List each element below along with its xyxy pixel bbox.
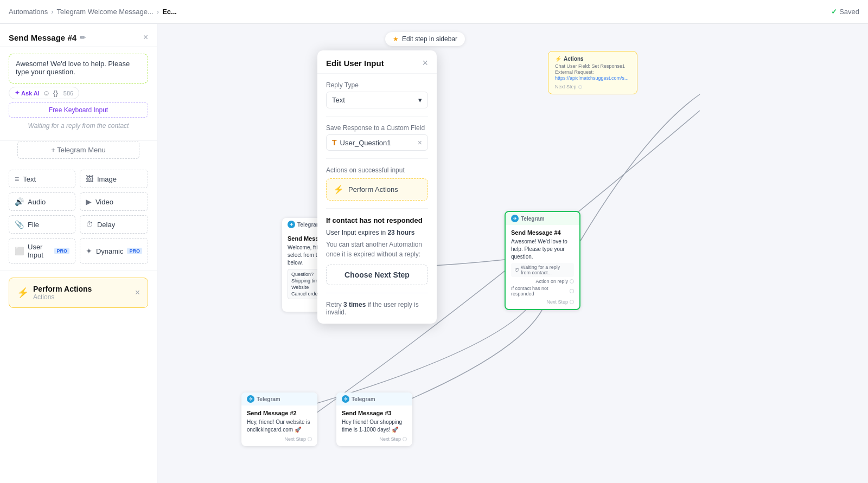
canvas: ★ Edit step in sidebar ✈ Telegram Send M…	[157, 24, 868, 483]
curly-brace-icon[interactable]: {}	[53, 89, 58, 97]
text-block-icon: ≡	[15, 175, 19, 183]
saved-badge: ✓ Saved	[831, 8, 859, 16]
pa-close-icon[interactable]: ×	[135, 288, 140, 298]
edit-step-banner: ★ Edit step in sidebar	[385, 32, 465, 46]
reply-type-value: Text	[332, 96, 345, 104]
retry-count: 3 times	[343, 301, 366, 308]
block-text-label: Text	[23, 175, 36, 183]
lightning-icon: ⚡	[17, 287, 29, 299]
reply-type-label: Reply Type	[326, 81, 428, 89]
reply-type-select[interactable]: Text ▾	[326, 92, 428, 108]
pa-subtitle: Actions	[33, 293, 92, 301]
node-2-label: Telegram	[257, 396, 280, 402]
node-2-header: ✈ Telegram	[241, 392, 317, 405]
expiry-row: User Input expires in 23 hours	[326, 229, 428, 236]
telegram-icon-1: ✈	[288, 221, 295, 228]
block-audio-label: Audio	[28, 198, 46, 206]
block-video[interactable]: ▶ Video	[80, 192, 148, 211]
action-lightning-icon: ⚡	[333, 184, 344, 195]
next-step-dot-2	[308, 437, 312, 441]
telegram-icon-2: ✈	[247, 395, 254, 403]
modal-title: Edit User Input	[326, 59, 384, 68]
block-delay[interactable]: ⏱ Delay	[80, 215, 148, 234]
clear-custom-field-icon[interactable]: ×	[418, 138, 422, 147]
modal-header: Edit User Input ×	[317, 50, 437, 74]
divider-3	[326, 208, 428, 209]
block-user-input[interactable]: ⬜ User Input PRO	[9, 238, 75, 264]
sidebar-title-text: Send Message #4	[9, 33, 76, 42]
char-count: 586	[63, 90, 73, 96]
message-bubble-text: Awesome! We'd love to help. Please type …	[16, 60, 130, 76]
breadcrumb-current: Ec...	[162, 8, 177, 16]
breadcrumb-sep2: ›	[157, 8, 159, 16]
star-icon: ★	[393, 35, 399, 43]
text-field-icon: T	[332, 138, 337, 147]
emoji-icon[interactable]: ☺	[43, 89, 50, 97]
node-send-message-2[interactable]: ✈ Telegram Send Message #2 Hey, friend! …	[241, 392, 317, 446]
edit-title-icon[interactable]: ✏	[80, 34, 86, 42]
block-delay-label: Delay	[97, 221, 115, 229]
top-bar: Automations › Telegram Welcome Message..…	[0, 0, 868, 24]
save-response-label: Save Response to a Custom Field	[326, 124, 428, 132]
keyboard-input-label[interactable]: Free Keyboard Input	[9, 102, 148, 118]
sidebar-title: Send Message #4 ✏	[9, 33, 86, 42]
block-file[interactable]: 📎 File	[9, 215, 75, 234]
pro-badge-dynamic: PRO	[127, 248, 142, 254]
pa-title: Perform Actions	[33, 285, 92, 293]
expiry-prefix: User Input expires in	[326, 229, 386, 236]
keyboard-input-text: Free Keyboard Input	[49, 106, 108, 114]
breadcrumb-automations[interactable]: Automations	[9, 8, 48, 16]
pa-info: Perform Actions Actions	[33, 285, 92, 301]
perform-actions-card[interactable]: ⚡ Perform Actions Actions ×	[9, 278, 148, 308]
telegram-menu-area: + Telegram Menu	[0, 141, 157, 163]
choose-next-step-button[interactable]: Choose Next Step	[326, 265, 428, 285]
blocks-grid: ≡ Text 🖼 Image 🔊 Audio ▶ Video 📎 File ⏱	[0, 163, 157, 271]
modal-close-button[interactable]: ×	[422, 58, 428, 68]
sidebar-header: Send Message #4 ✏ ×	[0, 24, 157, 47]
block-video-label: Video	[95, 198, 113, 206]
block-dynamic[interactable]: ✦ Dynamic PRO	[80, 238, 148, 264]
not-responded-section: If contact has not responded User Input …	[326, 216, 428, 285]
video-block-icon: ▶	[86, 197, 92, 206]
waiting-text: Waiting for a reply from the contact	[9, 122, 148, 130]
divider-2	[326, 158, 428, 159]
delay-block-icon: ⏱	[86, 220, 93, 229]
actions-on-success-label: Actions on successful input	[326, 166, 428, 174]
custom-field-value: User_Question1	[340, 139, 414, 147]
block-image[interactable]: 🖼 Image	[80, 170, 148, 188]
edit-step-text: Edit step in sidebar	[402, 35, 457, 43]
sidebar: Send Message #4 ✏ × Awesome! We'd love t…	[0, 24, 157, 483]
breadcrumb: Automations › Telegram Welcome Message..…	[9, 8, 177, 16]
telegram-menu-button[interactable]: + Telegram Menu	[17, 141, 139, 159]
close-sidebar-icon[interactable]: ×	[143, 33, 148, 42]
ask-ai-label: Ask AI	[21, 90, 40, 96]
perform-actions-label: Perform Actions	[348, 185, 398, 194]
breadcrumb-flow[interactable]: Telegram Welcome Message...	[57, 8, 154, 16]
saved-label: Saved	[839, 8, 859, 16]
ask-ai-button[interactable]: ✦ Ask AI	[15, 89, 40, 96]
canvas-inner: ★ Edit step in sidebar ✈ Telegram Send M…	[157, 24, 868, 483]
modal-body: Reply Type Text ▾ Save Response to a Cus…	[317, 74, 437, 324]
expiry-hours: 23 hours	[387, 229, 414, 236]
retry-prefix: Retry	[326, 301, 342, 308]
perform-actions-button[interactable]: ⚡ Perform Actions	[326, 178, 428, 201]
ai-toolbar: ✦ Ask AI ☺ {} 586	[9, 87, 79, 99]
sparkle-icon: ✦	[15, 89, 20, 96]
custom-field-box[interactable]: T User_Question1 ×	[326, 134, 428, 151]
audio-block-icon: 🔊	[15, 197, 24, 206]
message-bubble[interactable]: Awesome! We'd love to help. Please type …	[9, 54, 148, 83]
block-text[interactable]: ≡ Text	[9, 170, 75, 188]
breadcrumb-sep1: ›	[51, 8, 53, 16]
user-input-block-icon: ⬜	[15, 247, 24, 255]
node-2-text: Hey, friend! Our website is onclickingca…	[247, 418, 312, 434]
modal-overlay: Edit User Input × Reply Type Text ▾ Save…	[315, 48, 868, 483]
block-audio[interactable]: 🔊 Audio	[9, 192, 75, 211]
node-2-title: Send Message #2	[247, 410, 312, 416]
block-user-input-label: User Input	[28, 243, 50, 259]
info-text: You can start another Automation once it…	[326, 240, 428, 259]
file-block-icon: 📎	[15, 220, 24, 229]
block-file-label: File	[28, 221, 39, 229]
node-2-next-step: Next Step	[247, 436, 312, 442]
edit-user-input-modal: Edit User Input × Reply Type Text ▾ Save…	[317, 50, 437, 324]
block-image-label: Image	[97, 175, 117, 183]
